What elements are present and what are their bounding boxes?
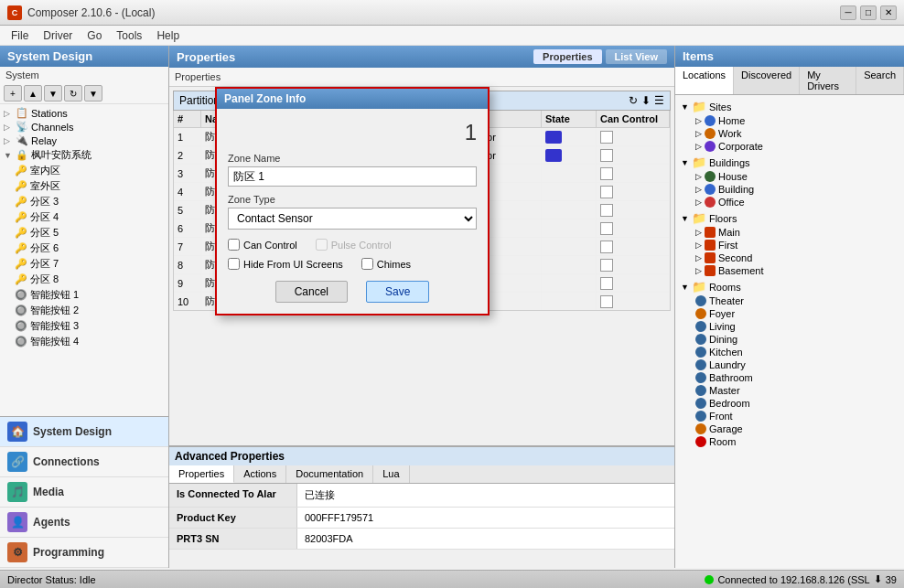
nav-label-media: Media (33, 486, 64, 498)
room-room[interactable]: Room (694, 435, 900, 448)
room-front[interactable]: Front (694, 410, 900, 422)
menu-file[interactable]: File (4, 27, 36, 44)
tree-node-zone6[interactable]: 🔑 分区 6 (13, 241, 167, 256)
tree-node-indoor[interactable]: 🔑 室内区 (13, 163, 167, 178)
tree-down-button[interactable]: ▼ (44, 85, 62, 102)
site-icon-work (705, 128, 716, 139)
save-button[interactable]: Save (366, 281, 429, 303)
menu-help[interactable]: Help (149, 27, 187, 44)
folder-rooms[interactable]: ▼ 📁 Rooms (679, 279, 900, 294)
close-button[interactable]: ✕ (880, 5, 897, 20)
menu-driver[interactable]: Driver (36, 27, 80, 44)
menu-tools[interactable]: Tools (109, 27, 149, 44)
tree-node-channels[interactable]: ▷ 📡 Channels (2, 120, 167, 134)
room-kitchen[interactable]: Kitchen (694, 346, 900, 358)
node-label-indoor: 室内区 (30, 164, 60, 177)
tree-node-zone3[interactable]: 🔑 分区 3 (13, 194, 167, 209)
tree-add-button[interactable]: + (4, 85, 22, 102)
dialog-title: Panel Zone Info (217, 89, 488, 109)
site-corporate[interactable]: ▷ Corporate (694, 140, 900, 153)
can-control-checkbox[interactable] (228, 239, 240, 251)
nav-media[interactable]: 🎵 Media (0, 477, 168, 508)
hide-from-ui-check[interactable]: Hide From UI Screens (228, 258, 343, 270)
room-bathroom[interactable]: Bathroom (694, 371, 900, 384)
pulse-control-label: Pulse Control (331, 240, 392, 251)
room-icon-garage (695, 423, 706, 434)
tree-node-outdoor[interactable]: 🔑 室外区 (13, 178, 167, 194)
nav-agents[interactable]: 👤 Agents (0, 508, 168, 538)
room-foyer[interactable]: Foyer (694, 307, 900, 320)
tree-node-relay[interactable]: ▷ 🔌 Relay (2, 134, 167, 147)
building-office[interactable]: ▷ Office (694, 196, 900, 208)
site-work[interactable]: ▷ Work (694, 127, 900, 140)
tree-node-smart2[interactable]: 🔘 智能按钮 2 (13, 303, 167, 318)
node-icon-smart3: 🔘 (15, 320, 27, 332)
room-laundry[interactable]: Laundry (694, 358, 900, 371)
zone-type-select[interactable]: Contact Sensor Motion Sensor Smoke Detec… (228, 208, 477, 230)
folder-buildings[interactable]: ▼ 📁 Buildings (679, 155, 900, 170)
building-building[interactable]: ▷ Building (694, 183, 900, 196)
maximize-button[interactable]: □ (860, 5, 877, 20)
building-icon-office (705, 197, 716, 208)
folder-icon-buildings: 📁 (692, 155, 706, 169)
room-theater[interactable]: Theater (694, 294, 900, 307)
tree-refresh-button[interactable]: ↻ (64, 85, 82, 102)
zone-number: 1 (228, 120, 477, 145)
tree-node-zone8[interactable]: 🔑 分区 8 (13, 272, 167, 287)
tab-search[interactable]: Search (856, 67, 904, 94)
tree-node-zone7[interactable]: 🔑 分区 7 (13, 256, 167, 272)
tree-node-smart3[interactable]: 🔘 智能按钮 3 (13, 318, 167, 334)
floor-icon-main (705, 227, 716, 238)
floor-icon-first (705, 240, 716, 251)
expand-icon: ▼ (681, 283, 689, 292)
room-label-bedroom: Bedroom (709, 398, 750, 409)
room-living[interactable]: Living (694, 320, 900, 333)
folder-icon-sites: 📁 (692, 100, 706, 113)
chimes-checkbox[interactable] (361, 258, 373, 270)
status-right: Connected to 192.168.8.126 (SSL ⬇ 39 (705, 573, 897, 585)
chimes-check[interactable]: Chimes (361, 258, 411, 270)
hide-from-ui-label: Hide From UI Screens (243, 259, 343, 270)
folder-icon-rooms: 📁 (692, 280, 706, 294)
site-home[interactable]: ▷ Home (694, 114, 900, 127)
tab-locations[interactable]: Locations (675, 67, 734, 94)
floor-main[interactable]: ▷ Main (694, 226, 900, 239)
floor-first[interactable]: ▷ First (694, 239, 900, 251)
folder-floors[interactable]: ▼ 📁 Floors (679, 210, 900, 226)
tree-node-zone5[interactable]: 🔑 分区 5 (13, 225, 167, 241)
room-label-kitchen: Kitchen (709, 347, 743, 358)
expand-icon: ▷ (4, 123, 13, 132)
tree-up-button[interactable]: ▲ (24, 85, 42, 102)
floor-second[interactable]: ▷ Second (694, 251, 900, 264)
minimize-button[interactable]: ─ (840, 5, 856, 20)
tree-node-zone4[interactable]: 🔑 分区 4 (13, 209, 167, 225)
zone-name-input[interactable] (228, 166, 477, 187)
floor-basement[interactable]: ▷ Basement (694, 264, 900, 277)
tab-discovered[interactable]: Discovered (734, 67, 800, 94)
folder-sites[interactable]: ▼ 📁 Sites (679, 99, 900, 114)
tree-node-stations[interactable]: ▷ 📋 Stations (2, 106, 167, 120)
node-label-smart2: 智能按钮 2 (30, 304, 79, 317)
tree-node-smart4[interactable]: 🔘 智能按钮 4 (13, 334, 167, 349)
tree-filter-button[interactable]: ▼ (84, 85, 102, 102)
zone-name-label: Zone Name (228, 153, 477, 164)
tree-node-smart1[interactable]: 🔘 智能按钮 1 (13, 287, 167, 303)
node-icon-outdoor: 🔑 (15, 180, 27, 192)
title-bar-controls[interactable]: ─ □ ✕ (840, 5, 897, 20)
nav-connections[interactable]: 🔗 Connections (0, 447, 168, 477)
nav-programming[interactable]: ⚙ Programming (0, 538, 168, 568)
menu-go[interactable]: Go (80, 27, 109, 44)
title-bar-left: C Composer 2.10.6 - (Local) (7, 5, 155, 20)
can-control-check[interactable]: Can Control (228, 239, 297, 251)
cancel-button[interactable]: Cancel (275, 281, 348, 303)
room-label-foyer: Foyer (709, 308, 735, 319)
hide-from-ui-checkbox[interactable] (228, 258, 240, 270)
room-dining[interactable]: Dining (694, 333, 900, 346)
room-bedroom[interactable]: Bedroom (694, 397, 900, 410)
room-garage[interactable]: Garage (694, 422, 900, 435)
tab-my-drivers[interactable]: My Drivers (800, 67, 856, 94)
room-master[interactable]: Master (694, 384, 900, 397)
tree-node-security[interactable]: ▼ 🔒 枫叶安防系统 (2, 147, 167, 163)
building-house[interactable]: ▷ House (694, 170, 900, 183)
nav-system-design[interactable]: 🏠 System Design (0, 417, 168, 447)
